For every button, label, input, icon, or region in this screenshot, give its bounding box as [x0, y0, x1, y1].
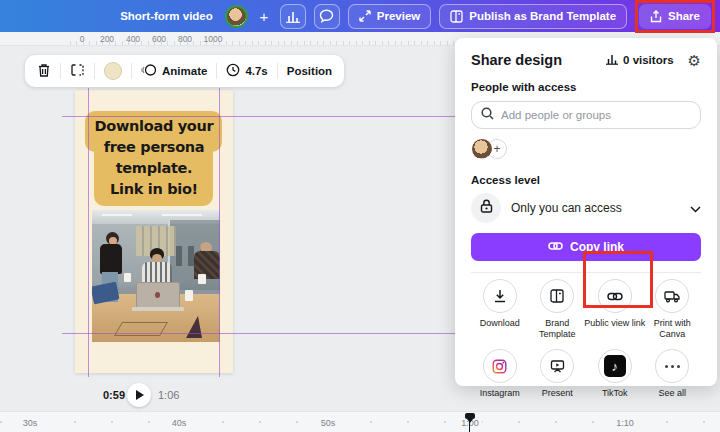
animate-label: Animate — [162, 65, 207, 77]
add-people-search[interactable] — [471, 101, 701, 129]
ruler-label: 200 — [100, 34, 114, 44]
gear-icon[interactable]: ⚙ — [688, 53, 701, 68]
document-title[interactable]: Short-form video — [120, 10, 213, 22]
insights-button[interactable] — [280, 4, 306, 29]
timeline-ruler[interactable]: 30s 40s 50s 1:00 1:10 — [0, 411, 720, 432]
publish-label: Publish as Brand Template — [469, 10, 616, 22]
ruler-label: 0 — [80, 34, 85, 44]
tiktok-glyph: ♪ — [604, 355, 626, 377]
trash-icon — [37, 63, 51, 80]
flip-button[interactable] — [70, 63, 85, 79]
download-icon — [483, 279, 517, 313]
collaborator-avatar[interactable] — [471, 138, 493, 160]
instagram-option[interactable]: Instagram — [471, 349, 529, 399]
share-panel-title: Share design — [471, 52, 562, 68]
access-level-label: Access level — [471, 174, 701, 186]
brand-template-icon — [450, 10, 463, 23]
share-upload-icon — [650, 10, 662, 23]
video-frame-photo[interactable] — [92, 210, 220, 342]
share-button[interactable]: Share — [639, 4, 711, 29]
photo-laptop-logo — [155, 292, 160, 298]
publish-brand-template-button[interactable]: Publish as Brand Template — [439, 4, 627, 29]
position-label: Position — [287, 65, 332, 77]
toolbar-divider — [131, 63, 132, 79]
brand-template-icon — [540, 279, 574, 313]
bar-chart-icon — [606, 53, 618, 67]
clock-icon — [226, 63, 240, 79]
total-duration: 1:06 — [158, 389, 179, 401]
top-bar: Short-form video + Preview Publish as Br… — [0, 0, 720, 32]
access-level-dropdown[interactable]: Only you can access — [471, 193, 701, 223]
timeline-ticks — [0, 421, 720, 423]
horizontal-guide-bottom[interactable] — [62, 333, 455, 334]
horizontal-guide-top[interactable] — [62, 116, 455, 117]
photo-person-left-shirt — [100, 244, 122, 274]
photo-phone-stand — [186, 316, 202, 338]
visitors-count: 0 visitors — [623, 54, 674, 66]
position-button[interactable]: Position — [287, 65, 332, 77]
people-with-access-label: People with access — [471, 81, 701, 93]
caption-line: free persona — [75, 137, 233, 158]
search-input[interactable] — [501, 109, 691, 121]
duration-value: 4.7s — [245, 65, 267, 77]
play-icon — [136, 390, 144, 400]
delete-button[interactable] — [37, 63, 51, 80]
flip-icon — [70, 63, 85, 79]
comment-bubble-icon — [319, 9, 334, 23]
present-icon — [540, 349, 574, 383]
brand-template-option[interactable]: Brand Template — [529, 279, 587, 339]
timeline-tick-label: 1:10 — [613, 418, 637, 428]
preview-button[interactable]: Preview — [348, 4, 431, 29]
access-level-value: Only you can access — [511, 201, 622, 215]
see-all-option[interactable]: See all — [644, 349, 702, 399]
ellipsis-icon — [655, 349, 689, 383]
print-truck-icon — [655, 279, 689, 313]
tiktok-icon: ♪ — [598, 349, 632, 383]
duration-button[interactable]: 4.7s — [226, 63, 267, 79]
ruler-label: 600 — [152, 34, 166, 44]
element-toolbar: Animate 4.7s Position — [25, 55, 344, 87]
playhead-line — [469, 422, 470, 432]
visitors-button[interactable]: 0 visitors — [606, 53, 674, 67]
photo-light — [102, 214, 132, 216]
share-options-row2: Instagram Present ♪ TikTok See all — [471, 349, 701, 399]
timeline-tick-label: 50s — [318, 418, 339, 428]
ruler-label: 400 — [126, 34, 140, 44]
design-canvas[interactable]: Download your free persona template. Lin… — [75, 90, 233, 373]
chevron-down-icon — [690, 199, 701, 217]
share-panel-header: Share design 0 visitors ⚙ — [471, 52, 701, 68]
playhead-marker[interactable] — [465, 413, 475, 419]
photo-mug — [198, 274, 206, 284]
collaborators-row: + — [471, 137, 701, 161]
comments-button[interactable] — [314, 4, 340, 29]
timeline-tick-label: 40s — [169, 418, 190, 428]
lock-icon-circle — [471, 193, 501, 223]
public-view-link-highlight-box — [583, 251, 653, 308]
download-option[interactable]: Download — [471, 279, 529, 339]
toolbar-divider — [216, 63, 217, 79]
caption-text[interactable]: Download your free persona template. Lin… — [75, 116, 233, 200]
add-collaborator-button[interactable]: + — [256, 8, 272, 25]
share-panel: Share design 0 visitors ⚙ People with ac… — [455, 38, 717, 386]
photo-mug — [124, 273, 131, 282]
play-button[interactable] — [127, 383, 151, 407]
toolbar-divider — [94, 63, 95, 79]
toolbar-divider — [277, 63, 278, 79]
caption-line: Link in bio! — [75, 179, 233, 200]
chain-link-icon — [548, 240, 563, 254]
photo-laptop-base — [132, 307, 184, 311]
lock-icon — [480, 199, 493, 217]
current-time: 0:59 — [103, 389, 125, 401]
tiktok-option[interactable]: ♪ TikTok — [586, 349, 644, 399]
instagram-icon — [483, 349, 517, 383]
search-icon — [481, 106, 494, 124]
color-swatch-button[interactable] — [104, 62, 122, 80]
user-avatar[interactable] — [225, 5, 248, 28]
preview-label: Preview — [377, 10, 420, 22]
expand-arrows-icon — [359, 10, 371, 22]
animate-button[interactable]: Animate — [141, 63, 207, 79]
ruler-label: 800 — [178, 34, 192, 44]
present-option[interactable]: Present — [529, 349, 587, 399]
share-highlight-box: Share — [635, 0, 715, 33]
toolbar-divider — [60, 63, 61, 79]
